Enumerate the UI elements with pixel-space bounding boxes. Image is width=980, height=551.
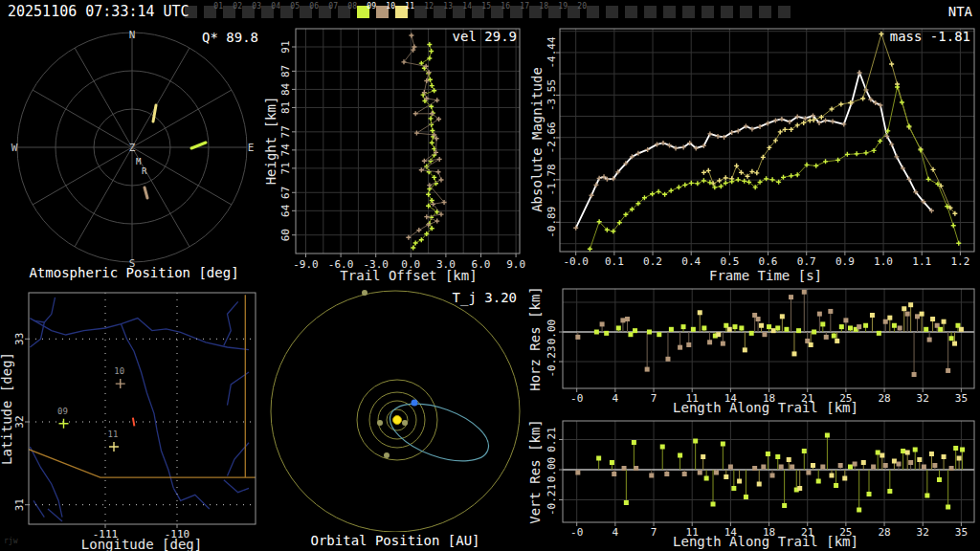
residual-point xyxy=(761,465,766,470)
residual-point xyxy=(892,459,897,464)
residual-point xyxy=(876,451,880,455)
camera-cell-05[interactable]: 05 xyxy=(280,2,300,18)
camera-cell-02[interactable]: 02 xyxy=(223,2,242,18)
residual-point xyxy=(731,486,736,491)
residual-point xyxy=(905,312,910,317)
residual-point xyxy=(698,471,702,475)
station-marker-10: 10 xyxy=(114,366,124,388)
residual-point xyxy=(942,320,947,324)
residual-point xyxy=(952,342,957,346)
planet-dot xyxy=(384,452,390,458)
svg-text:15: 15 xyxy=(481,2,491,11)
camera-cell-09[interactable]: 09 xyxy=(357,2,376,18)
residual-point xyxy=(902,306,906,311)
zenith-label: Z xyxy=(129,142,136,154)
station-marker-11: 11 xyxy=(108,430,119,452)
svg-text:03: 03 xyxy=(252,2,261,11)
meteor-analysis-screen: 0102030405060708091011121314151617181920… xyxy=(0,0,980,551)
camera-cell-14[interactable]: 14 xyxy=(453,2,472,18)
camera-cell-17[interactable]: 17 xyxy=(510,2,529,18)
camera-cell-01[interactable]: 01 xyxy=(204,2,223,18)
camera-strip: 0102030405060708091011121314151617181920 xyxy=(185,2,791,18)
svg-text:05: 05 xyxy=(290,2,300,11)
svg-text:32: 32 xyxy=(917,392,929,405)
residual-point xyxy=(596,456,601,461)
network-code: NTA xyxy=(948,4,973,19)
residual-point xyxy=(727,327,732,332)
residual-point xyxy=(959,327,964,332)
camera-cell-blank-23[interactable] xyxy=(625,6,637,18)
camera-cell-blank-28[interactable] xyxy=(721,6,733,18)
residual-point xyxy=(901,449,905,453)
residual-point xyxy=(842,476,847,481)
horz-res-plot: -04711141821252832350.00-0.23 xyxy=(546,289,974,405)
residual-point xyxy=(937,477,942,482)
svg-text:18: 18 xyxy=(539,2,548,11)
residual-point xyxy=(634,466,638,471)
svg-text:16: 16 xyxy=(501,2,510,11)
camera-cell-blank-25[interactable] xyxy=(663,6,676,18)
svg-text:1.2: 1.2 xyxy=(950,255,969,268)
camera-cell-blank-24[interactable] xyxy=(644,6,657,18)
residual-point xyxy=(775,325,780,330)
camera-cell-blank-22[interactable] xyxy=(606,6,618,18)
compass-north-label: N xyxy=(129,29,136,41)
svg-text:0.2: 0.2 xyxy=(643,255,662,268)
residual-point xyxy=(924,494,929,498)
residual-point xyxy=(664,472,669,476)
residual-point xyxy=(691,327,696,332)
residual-point xyxy=(575,471,580,475)
river xyxy=(48,509,62,521)
camera-cell-blank-30[interactable] xyxy=(759,6,771,18)
map-plot: 091011-111-110333231 xyxy=(13,293,256,540)
residual-point xyxy=(665,357,670,362)
svg-text:-0.0: -0.0 xyxy=(563,255,589,268)
camera-cell-12[interactable]: 12 xyxy=(414,2,434,18)
residual-point xyxy=(647,330,652,335)
svg-text:-0.21: -0.21 xyxy=(546,484,558,516)
camera-cell-10[interactable]: 10 xyxy=(376,2,395,18)
residual-point xyxy=(771,328,776,333)
camera-cell-07[interactable]: 07 xyxy=(319,2,338,18)
residual-point xyxy=(912,372,917,377)
residual-point xyxy=(645,367,650,372)
river xyxy=(30,322,44,347)
camera-cell-06[interactable]: 06 xyxy=(300,2,319,18)
camera-cell-16[interactable]: 16 xyxy=(491,2,510,18)
residual-point xyxy=(660,445,665,450)
height-trail-plot: -9.0-6.0-3.00.03.06.09.09187848177747167… xyxy=(279,29,525,271)
residual-point xyxy=(917,457,922,462)
svg-text:81: 81 xyxy=(279,101,292,114)
residual-point xyxy=(686,342,691,347)
camera-cell-08[interactable]: 08 xyxy=(338,2,357,18)
residual-point xyxy=(714,471,719,475)
svg-text:71: 71 xyxy=(279,162,292,174)
planet-dot xyxy=(402,420,408,426)
camera-cell-04[interactable]: 04 xyxy=(261,2,280,18)
residual-point xyxy=(811,463,815,468)
camera-cell-13[interactable]: 13 xyxy=(434,2,453,18)
svg-text:91: 91 xyxy=(279,40,292,53)
svg-text:0.4: 0.4 xyxy=(681,255,701,268)
camera-cell-11[interactable]: 11 xyxy=(395,2,414,18)
residual-point xyxy=(806,471,811,475)
camera-cell-blank-21[interactable] xyxy=(587,6,599,18)
residual-point xyxy=(892,323,897,328)
camera-cell-03[interactable]: 03 xyxy=(242,2,261,18)
camera-cell-19[interactable]: 19 xyxy=(548,2,568,18)
svg-text:19: 19 xyxy=(558,2,568,11)
svg-text:28: 28 xyxy=(878,392,890,405)
svg-text:9.0: 9.0 xyxy=(506,258,525,271)
residual-point xyxy=(802,290,807,295)
camera-cell-blank-29[interactable] xyxy=(740,6,752,18)
camera-cell-blank-26[interactable] xyxy=(682,6,695,18)
camera-cell-20[interactable]: 20 xyxy=(568,2,587,18)
svg-text:09: 09 xyxy=(57,407,68,416)
camera-cell-15[interactable]: 15 xyxy=(472,2,491,18)
camera-cell-blank-27[interactable] xyxy=(702,6,714,18)
camera-cell-blank-31[interactable] xyxy=(778,6,791,18)
camera-cell-18[interactable]: 18 xyxy=(529,2,548,18)
svg-text:-3.55: -3.55 xyxy=(546,79,558,111)
svg-text:7: 7 xyxy=(651,392,657,405)
svg-text:32: 32 xyxy=(13,415,26,428)
